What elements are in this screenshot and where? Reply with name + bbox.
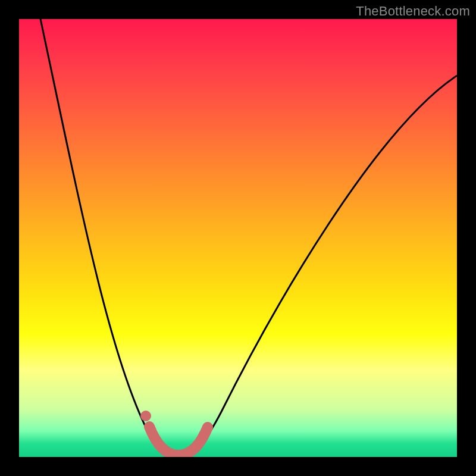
highlight-segment — [149, 427, 208, 455]
watermark-text: TheBottleneck.com — [356, 4, 470, 19]
highlight-dot — [140, 411, 151, 421]
plot-svg — [19, 19, 457, 457]
bottleneck-curve — [40, 19, 457, 457]
